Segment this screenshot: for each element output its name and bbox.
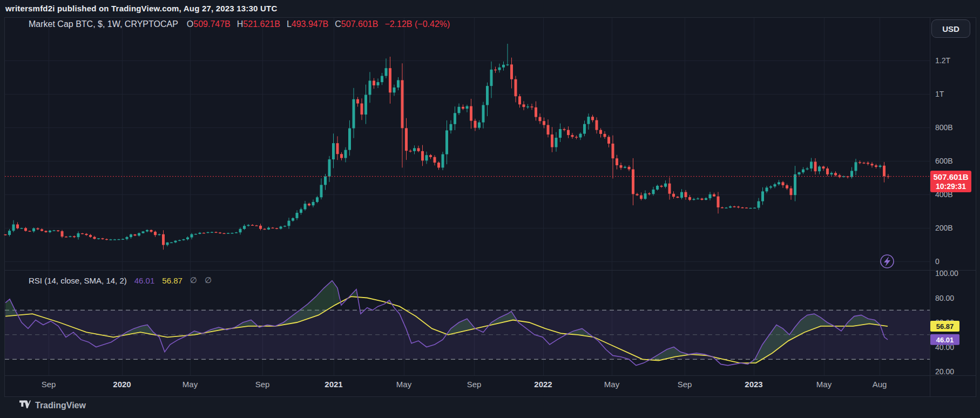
candle xyxy=(725,208,728,208)
rsi-legend: RSI (14, close, SMA, 14, 2) 46.01 56.87 … xyxy=(29,275,212,285)
candle xyxy=(381,76,383,83)
currency-unit-button[interactable]: USD xyxy=(931,19,970,38)
lightning-button[interactable] xyxy=(881,255,894,268)
candle xyxy=(656,186,659,190)
time-axis-label: Sep xyxy=(678,380,692,389)
change-value: −2.12B (−0.42%) xyxy=(384,19,450,29)
candle xyxy=(300,210,302,213)
time-axis-label: May xyxy=(396,380,412,389)
candle xyxy=(316,197,319,202)
candle xyxy=(8,231,11,235)
candle xyxy=(462,107,464,109)
candle xyxy=(69,237,72,237)
candle xyxy=(162,234,165,245)
candle xyxy=(61,231,64,237)
candle xyxy=(685,192,687,197)
candle xyxy=(737,207,740,207)
candle xyxy=(466,106,469,109)
candle xyxy=(502,65,505,68)
candle xyxy=(93,237,96,239)
candle xyxy=(191,234,193,238)
candle xyxy=(478,123,481,128)
candle xyxy=(186,238,189,240)
candle xyxy=(818,166,821,171)
currency-unit-label: USD xyxy=(942,24,959,33)
candle xyxy=(280,227,282,229)
candle xyxy=(543,121,545,125)
candle xyxy=(150,230,153,232)
tradingview-brand-text: TradingView xyxy=(35,401,86,410)
candle xyxy=(239,229,242,232)
candle xyxy=(855,162,857,171)
candle xyxy=(126,237,129,239)
candle xyxy=(660,186,663,187)
candle xyxy=(624,167,626,168)
time-axis-label: Aug xyxy=(873,380,887,389)
empty-set-icon: ∅ xyxy=(190,275,197,285)
candle xyxy=(579,134,582,138)
candle xyxy=(575,137,578,137)
rsi-axis-label: 20.00 xyxy=(935,367,954,376)
candle xyxy=(45,231,48,232)
candle xyxy=(753,208,756,208)
candle xyxy=(583,124,586,134)
candle xyxy=(361,104,363,115)
candle xyxy=(37,228,39,230)
candle xyxy=(834,173,837,175)
candle xyxy=(628,167,631,170)
symbol-title[interactable]: Market Cap BTC, $, 1W, CRYPTOCAP xyxy=(29,19,178,29)
candle xyxy=(445,130,448,154)
candle xyxy=(758,201,760,208)
candle xyxy=(839,176,841,177)
candle xyxy=(604,134,606,137)
candle xyxy=(648,193,651,194)
candle xyxy=(587,117,590,124)
candle xyxy=(769,186,772,187)
candle xyxy=(591,117,594,120)
candle xyxy=(243,226,246,229)
candle xyxy=(421,151,424,161)
candle xyxy=(207,232,209,233)
candle xyxy=(826,168,829,174)
tradingview-brand-link[interactable]: TradingView xyxy=(19,400,86,410)
rsi-value: 46.01 xyxy=(134,276,155,285)
candle xyxy=(425,155,428,160)
candle xyxy=(32,228,35,231)
candle xyxy=(397,80,400,87)
candle xyxy=(867,163,869,164)
candle xyxy=(105,239,108,240)
candle xyxy=(458,107,461,113)
candle xyxy=(616,158,618,165)
candle xyxy=(231,233,234,233)
candle xyxy=(717,197,720,207)
candle xyxy=(482,105,485,123)
candle xyxy=(705,198,707,200)
candle xyxy=(498,68,501,70)
candle xyxy=(680,192,683,198)
time-axis-label: 2020 xyxy=(113,380,131,389)
candle xyxy=(859,162,861,163)
candle xyxy=(373,80,375,85)
candle xyxy=(121,239,124,240)
candle xyxy=(883,166,886,177)
candle xyxy=(434,157,436,163)
candle xyxy=(810,161,813,168)
low-value: 493.947B xyxy=(292,19,329,29)
candle xyxy=(515,79,517,96)
candle xyxy=(166,242,169,245)
candle xyxy=(57,231,59,232)
high-value: 521.621B xyxy=(243,19,280,29)
candle xyxy=(272,228,274,228)
price-axis-label: 600B xyxy=(935,157,953,165)
candle xyxy=(526,106,529,107)
rsi-title[interactable]: RSI (14, close, SMA, 14, 2) xyxy=(29,276,127,285)
candle xyxy=(142,232,145,233)
candle xyxy=(551,134,553,147)
candle xyxy=(353,99,355,129)
candle xyxy=(202,233,205,233)
candle xyxy=(652,190,655,194)
rsi-axis-label: 100.00 xyxy=(935,269,958,278)
candle xyxy=(296,213,299,218)
candle xyxy=(774,184,776,186)
candle xyxy=(283,226,286,226)
